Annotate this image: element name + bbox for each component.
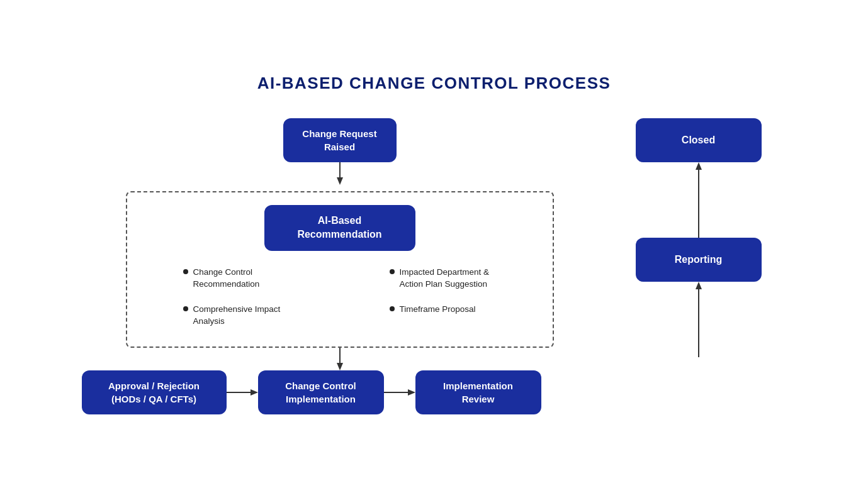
bottom-row: Approval / Rejection (HODs / QA / CFTs) … [82,370,598,414]
arrow-down-1 [334,162,346,185]
change-control-impl-box: Change Control Implementation [258,370,384,414]
right-col-inner: Closed Reporting [611,118,787,357]
bullet-item-1: Change Control Recommendation [183,266,290,291]
bullet-col-2: Impacted Department & Action Plan Sugges… [390,266,497,328]
bullet-dot-3 [390,269,395,274]
arrow-up-reporting [692,282,705,357]
bullet-dot-4 [390,306,395,311]
reporting-box: Reporting [636,238,762,282]
bullet-dot-1 [183,269,188,274]
bullet-item-3: Impacted Department & Action Plan Sugges… [390,266,497,291]
svg-marker-5 [251,389,258,396]
page-title: AI-BASED CHANGE CONTROL PROCESS [82,74,787,93]
flow-area: Change Request Raised AI-Based Recommend… [82,118,787,414]
arrow-right-2 [384,386,415,399]
arrow-up-closed [692,162,705,238]
arrow-right-1 [227,386,258,399]
closed-box: Closed [636,118,762,162]
right-section: Closed Reporting [611,118,787,357]
svg-marker-11 [696,282,702,289]
svg-marker-7 [408,389,415,396]
ai-recommendation-box: AI-Based Recommendation [264,205,415,251]
svg-marker-3 [337,363,343,370]
bullet-columns: Change Control Recommendation Comprehens… [146,266,534,328]
diagram-container: AI-BASED CHANGE CONTROL PROCESS Change R… [57,55,812,433]
bullet-dot-2 [183,306,188,311]
left-section: Change Request Raised AI-Based Recommend… [82,118,598,414]
dashed-inner: AI-Based Recommendation Change Control R… [146,205,534,328]
bullet-item-2: Comprehensive Impact Analysis [183,303,290,328]
svg-marker-1 [337,177,343,185]
change-request-box: Change Request Raised [283,118,397,162]
svg-marker-9 [696,162,702,170]
dashed-recommendation-box: AI-Based Recommendation Change Control R… [126,191,554,348]
approval-box: Approval / Rejection (HODs / QA / CFTs) [82,370,227,414]
bullet-col-1: Change Control Recommendation Comprehens… [183,266,290,328]
implementation-review-box: Implementation Review [415,370,541,414]
arrow-down-2 [334,348,346,370]
bullet-item-4: Timeframe Proposal [390,303,497,316]
